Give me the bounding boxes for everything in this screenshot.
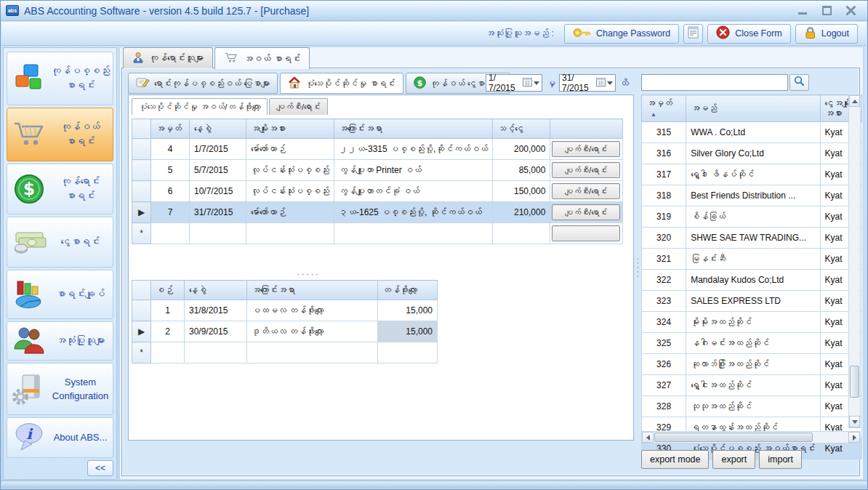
search-input[interactable] — [641, 74, 788, 91]
scroll-right-icon[interactable] — [848, 432, 860, 443]
export-mode-button[interactable]: export mode — [641, 450, 709, 469]
row-selector[interactable] — [132, 181, 151, 202]
close-icon[interactable] — [845, 6, 856, 15]
table-new-row[interactable]: * — [132, 223, 623, 244]
table-row[interactable]: 327ရွှေငါးအထည်ဆိုင်Kyat — [642, 375, 862, 396]
row-selector[interactable]: ▶ — [132, 202, 151, 223]
new-row-selector[interactable]: * — [132, 342, 151, 364]
damage-sell-button[interactable]: ပျက်စီး/ရောင်း — [552, 204, 620, 220]
suppliers-table: အမှတ်▲ အမည် ငွေအမျိုးအစား 315WWA . Co;Lt… — [641, 95, 862, 459]
scroll-down-icon[interactable] — [849, 416, 860, 427]
table-row[interactable]: 5 5/7/2015 လုပ်ငန်းသုံးပစ္စည်း ကွန်ပျူတာ… — [132, 160, 623, 181]
dollar-small-icon: $ — [414, 76, 426, 91]
table-row[interactable]: 324မိုးမိုးအထည်ဆိုင်Kyat — [642, 312, 862, 333]
export-button[interactable]: export — [712, 450, 755, 469]
row-selector[interactable] — [132, 160, 151, 181]
new-row-selector[interactable]: * — [132, 223, 151, 244]
table-row[interactable]: 322Mandalay Kudos Co;LtdKyat — [642, 270, 862, 291]
suppliers-no-header[interactable]: အမှတ်▲ — [642, 95, 686, 122]
toolbar: အသုံးပြုသူအမည် : Change Password Close F… — [1, 22, 867, 46]
close-form-icon — [716, 25, 730, 41]
close-form-button[interactable]: Close Form — [707, 24, 791, 44]
date-from-field[interactable]: 1/ 7/2015 — [486, 74, 542, 92]
assets-pane: ပုံသေပိုင်ဆိုင်မှု အဝယ်/တန်ဖိုးလျော့ ပျက… — [128, 95, 634, 441]
tab-purchase-list[interactable]: အဝယ် စာရင်း — [214, 47, 310, 69]
table-row[interactable]: 6 10/7/2015 လုပ်ငန်းသုံးပစ္စည်း ကွန်ပျူတ… — [132, 181, 623, 202]
sidebar-item-products[interactable]: ကုန်ပစ္စည်း စာရင်း — [7, 52, 113, 105]
about-icon: i — [9, 421, 49, 454]
table-row[interactable]: 316Silver Glory Co;LtdKyat — [642, 143, 862, 164]
tab-sellers[interactable]: ကုန်ရောင်းသူများ — [123, 47, 213, 68]
money-icon — [9, 227, 49, 257]
import-button[interactable]: import — [759, 450, 802, 469]
scroll-up-icon[interactable] — [849, 95, 860, 107]
sidebar-item-sales[interactable]: $ ကုန်ရောင်း စာရင်း — [7, 164, 113, 214]
date-filter: 1/ 7/2015 မှ 31/ 7/2015 ထိ — [486, 74, 629, 92]
minimize-icon[interactable] — [797, 6, 808, 15]
row-selector[interactable]: ▶ — [132, 321, 151, 342]
table-row-selected[interactable]: ▶ 7 31/7/2015 မော်တော်ယာဉ် ၃ယ-1625 ပစ္စည… — [132, 202, 623, 223]
house-icon — [288, 76, 301, 91]
cart-icon — [9, 119, 49, 150]
row-selector[interactable] — [132, 300, 151, 321]
inner-tab-strip: ရောင်းကုန်ပစ္စည်းဝယ် ပြေစာများ ပုံသေပိုင… — [128, 73, 510, 94]
sort-asc-icon: ▲ — [651, 111, 656, 118]
suppliers-pane: အမှတ်▲ အမည် ငွေအမျိုးအစား 315WWA . Co;Lt… — [635, 73, 862, 470]
table-row[interactable]: 321မြနင်းဆီKyat — [642, 249, 862, 270]
suppliers-name-header[interactable]: အမည် — [686, 95, 820, 122]
notes-button[interactable] — [683, 24, 703, 44]
row-selector[interactable] — [132, 139, 151, 160]
chevron-down-icon[interactable] — [534, 81, 539, 85]
subtab-asset-purchase[interactable]: ပုံသေပိုင်ဆိုင်မှု အဝယ်/တန်ဖိုးလျော့ — [132, 98, 268, 115]
sidebar-item-about[interactable]: i About ABS... — [7, 417, 113, 458]
table-row[interactable]: 4 1/7/2015 မော်တော်ယာဉ် ၂၂ယ-3315 ပစ္စည်း… — [132, 139, 623, 160]
lock-icon — [804, 26, 816, 41]
table-row[interactable]: 320SHWE SAE TAW TRADING...Kyat — [642, 228, 862, 249]
tab-fixed-assets[interactable]: ပုံသေပိုင်ဆိုင်မှု စာရင်း — [280, 73, 403, 94]
damage-sell-button[interactable]: ပျက်စီး/ရောင်း — [552, 141, 620, 157]
sidebar-item-summary[interactable]: စာရင်းချုပ် — [7, 270, 113, 319]
search-button[interactable] — [789, 74, 809, 91]
horizontal-splitter[interactable]: ····· — [129, 268, 488, 279]
focused-cell: 15,000 — [378, 321, 438, 342]
table-row[interactable]: 326ဆုလာဘ်ဖြိုးအထည်ဆိုင်Kyat — [642, 354, 862, 375]
scroll-left-icon[interactable] — [642, 432, 654, 443]
app-window: abs ABS Accounting Software - version 4.… — [0, 0, 868, 490]
maximize-icon[interactable] — [821, 6, 832, 15]
table-row[interactable]: 1 31/8/2015 ပထမလ တန်ဖိုးလျော့ 15,000 — [132, 300, 438, 321]
vertical-scrollbar[interactable] — [848, 95, 861, 428]
app-icon: abs — [6, 5, 19, 16]
table-row[interactable]: 328သုသုအထည်ဆိုင်Kyat — [642, 396, 862, 417]
scrollbar-thumb[interactable] — [654, 433, 813, 442]
damage-sell-button[interactable]: ပျက်စီး/ရောင်း — [552, 162, 620, 178]
subtab-damage-sell[interactable]: ပျက်စီး/ရောင်း — [269, 98, 328, 115]
sidebar-collapse-button[interactable]: << — [87, 460, 113, 476]
asset-purchase-table: အမှတ် နေ့စွဲ အမျိုးအစား အကြောင်းအရာ သင့်… — [132, 119, 623, 244]
table-row[interactable]: 319စိန်ခြယ်Kyat — [642, 206, 862, 228]
scrollbar-thumb[interactable] — [850, 366, 859, 398]
chevron-down-icon[interactable] — [607, 81, 613, 85]
table-header-row: စဉ် နေ့စွဲ အကြောင်းအရာ တန်ဖိုးလျော့ — [132, 281, 438, 300]
sidebar-item-cash[interactable]: ငွေစာရင်း — [7, 217, 113, 268]
sidebar-item-users[interactable]: အသုံးပြုသူများ — [7, 321, 113, 361]
logout-button[interactable]: Logout — [795, 24, 858, 44]
table-row[interactable]: 323SALES EXPRESS LTDKyat — [642, 291, 862, 312]
table-row[interactable]: 315WWA . Co;LtdKyat — [642, 122, 862, 143]
sidebar-item-system-configuration[interactable]: System Configuration — [7, 363, 113, 415]
window-title: ABS Accounting Software - version 4.5 bu… — [24, 5, 309, 17]
sidebar-item-purchases[interactable]: ကုန်ဝယ် စာရင်း — [7, 108, 113, 161]
date-to-field[interactable]: 31/ 7/2015 — [559, 74, 616, 92]
username-label: အသုံးပြုသူအမည် : — [486, 28, 554, 39]
table-header-row: အမှတ် နေ့စွဲ အမျိုးအစား အကြောင်းအရာ သင့်… — [132, 119, 623, 139]
damage-sell-button[interactable]: ပျက်စီး/ရောင်း — [552, 183, 620, 199]
horizontal-scrollbar[interactable] — [641, 431, 861, 443]
table-row[interactable]: 325နဂါးမင်းအထည်ဆိုင်Kyat — [642, 333, 862, 354]
tab-purchase-invoices[interactable]: ရောင်းကုန်ပစ္စည်းဝယ် ပြေစာများ — [128, 73, 278, 94]
table-row-selected[interactable]: ▶ 2 30/9/2015 ဒုတိယလ တန်ဖိုးလျော့ 15,000 — [132, 321, 438, 342]
sub-tab-strip: ပုံသေပိုင်ဆိုင်မှု အဝယ်/တန်ဖိုးလျော့ ပျက… — [132, 98, 328, 115]
search-bar — [641, 74, 809, 91]
table-row[interactable]: 317ရွှေဒါး ဖိနပ်ဆိုင်Kyat — [642, 164, 862, 185]
change-password-button[interactable]: Change Password — [564, 24, 679, 44]
table-row[interactable]: 318Best Friends Distribution ...Kyat — [642, 185, 862, 206]
table-new-row[interactable]: * — [132, 342, 438, 364]
